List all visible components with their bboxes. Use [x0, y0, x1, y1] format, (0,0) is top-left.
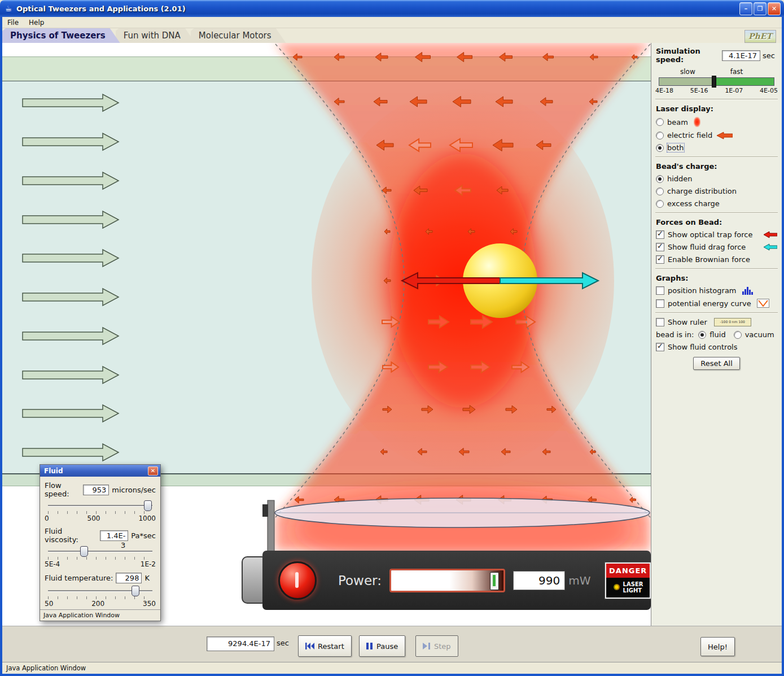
application-window: ☕ Optical Tweezers and Applications (2.0…: [0, 0, 784, 676]
graphs-heading: Graphs:: [656, 274, 777, 282]
laser-power-button[interactable]: [278, 561, 317, 600]
control-panel: Simulation speed: 4.1E-17 sec slow fast …: [651, 43, 782, 626]
fluid-flow-arrow: [23, 250, 119, 267]
checkbox-box[interactable]: [656, 343, 664, 351]
minimize-button[interactable]: –: [739, 2, 752, 15]
fluid-flow-arrow: [23, 289, 119, 306]
flow-speed-label: Flow speed:: [45, 481, 80, 498]
checkbox-show-ruler[interactable]: Show ruler -100 0 nm 100: [656, 318, 777, 326]
flow-speed-unit: microns/sec: [112, 486, 156, 494]
radio-both[interactable]: both: [656, 143, 777, 152]
radio-circle[interactable]: [656, 200, 664, 208]
radio-circle-selected[interactable]: [656, 175, 664, 183]
help-button[interactable]: Help!: [700, 637, 735, 656]
checkbox-show-fluid-controls[interactable]: Show fluid controls: [656, 343, 777, 351]
menu-file[interactable]: File: [2, 19, 24, 27]
radio-circle[interactable]: [656, 118, 664, 126]
fluid-dialog-titlebar[interactable]: Fluid ✕: [40, 465, 160, 477]
sim-speed-slider-thumb[interactable]: [712, 76, 716, 88]
phet-logo[interactable]: PhET: [744, 30, 776, 43]
laser-power-slider-thumb[interactable]: [490, 572, 499, 590]
checkbox-enable-brownian-force[interactable]: Enable Brownian force: [656, 255, 777, 264]
flow-speed-slider-thumb[interactable]: [144, 500, 152, 511]
checkbox-box[interactable]: [656, 255, 664, 264]
laser-power-field[interactable]: 990: [513, 571, 565, 590]
tick-label: 1E-07: [725, 87, 743, 94]
drag-force-arrow-icon: [764, 243, 777, 251]
radio-circle-selected[interactable]: [656, 144, 664, 152]
viscosity-slider-thumb[interactable]: [80, 546, 88, 557]
lens-clamp-knob: [262, 504, 268, 517]
java-app-icon: ☕: [3, 3, 14, 14]
title-bar[interactable]: ☕ Optical Tweezers and Applications (2.0…: [0, 0, 784, 17]
playback-bar: 9294.4E-17 sec Restart Pause Step Help!: [2, 626, 782, 662]
slider-groove: [48, 551, 152, 552]
viscosity-field[interactable]: 1.4E-3: [100, 530, 129, 541]
separator: [655, 212, 778, 213]
histogram-icon: [742, 287, 754, 295]
flow-speed-slider[interactable]: [48, 500, 152, 511]
sim-speed-label: Simulation speed:: [656, 47, 720, 64]
radio-fluid[interactable]: [698, 331, 706, 339]
menu-help[interactable]: Help: [24, 19, 49, 27]
checkbox-show-drag-force[interactable]: Show fluid drag force: [656, 243, 777, 251]
step-button[interactable]: Step: [415, 635, 458, 657]
power-unit-label: mW: [568, 574, 590, 587]
tick-label: 0: [45, 514, 49, 522]
separator: [655, 312, 778, 313]
laser-power-slider[interactable]: [389, 569, 505, 592]
radio-charge-distribution[interactable]: charge distribution: [656, 187, 777, 195]
flow-speed-field[interactable]: 953: [83, 485, 109, 495]
tick-label: 350: [143, 600, 156, 608]
sim-speed-slider[interactable]: [659, 77, 774, 86]
checkbox-position-histogram[interactable]: position histogram: [656, 286, 777, 295]
sim-speed-field[interactable]: 4.1E-17: [722, 50, 760, 61]
tick-label: 200: [91, 600, 104, 608]
viscosity-slider[interactable]: [48, 546, 152, 556]
fluid-flow-arrow: [23, 133, 119, 150]
slider-ticks: [48, 511, 152, 514]
lens-clamp: [268, 500, 274, 552]
laser-starburst-icon: ✺: [613, 582, 620, 592]
viscosity-label: Fluid viscosity:: [45, 527, 97, 544]
checkbox-box[interactable]: [656, 230, 664, 239]
restart-button[interactable]: Restart: [298, 635, 352, 657]
reset-all-button[interactable]: Reset All: [693, 357, 740, 370]
checkbox-potential-energy-curve[interactable]: potential energy curve: [656, 299, 777, 308]
tick-label: 1000: [138, 514, 156, 522]
separator: [655, 268, 778, 269]
danger-sign-title: DANGER: [606, 564, 650, 578]
pause-button[interactable]: Pause: [359, 635, 405, 657]
checkbox-box[interactable]: [656, 318, 664, 326]
menu-bar: File Help: [2, 17, 782, 28]
radio-electric-field[interactable]: electric field: [656, 131, 777, 139]
tick-label: 5E-16: [690, 87, 708, 94]
radio-circle[interactable]: [656, 132, 664, 139]
time-field[interactable]: 9294.4E-17: [207, 636, 274, 651]
temperature-slider-thumb[interactable]: [132, 586, 139, 596]
checkbox-box[interactable]: [656, 286, 664, 295]
slow-label: slow: [680, 68, 695, 76]
tick-label: 4E-05: [760, 87, 778, 94]
checkbox-box[interactable]: [656, 299, 664, 308]
radio-beam[interactable]: beam: [656, 117, 777, 127]
close-button[interactable]: ✕: [768, 2, 781, 15]
tab-fun-with-dna[interactable]: Fun with DNA: [116, 28, 195, 43]
separator: [655, 99, 778, 100]
radio-hidden[interactable]: hidden: [656, 175, 777, 183]
tick-label: 5E-4: [45, 560, 60, 568]
temperature-field[interactable]: 298: [116, 573, 142, 583]
maximize-button[interactable]: ❐: [754, 2, 767, 15]
beads-charge-heading: Bead's charge:: [656, 162, 777, 171]
checkbox-show-trap-force[interactable]: Show optical trap force: [656, 230, 777, 239]
radio-vacuum[interactable]: [734, 331, 742, 339]
radio-circle[interactable]: [656, 187, 664, 195]
checkbox-box[interactable]: [656, 243, 664, 251]
temperature-slider[interactable]: [48, 586, 152, 596]
fluid-dialog-close-icon[interactable]: ✕: [148, 466, 158, 476]
tab-physics-of-tweezers[interactable]: Physics of Tweezers: [2, 28, 120, 43]
radio-excess-charge[interactable]: excess charge: [656, 199, 777, 208]
tab-molecular-motors[interactable]: Molecular Motors: [191, 28, 286, 43]
window-title: Optical Tweezers and Applications (2.01): [16, 5, 738, 13]
fluid-flow-arrow: [23, 367, 119, 383]
